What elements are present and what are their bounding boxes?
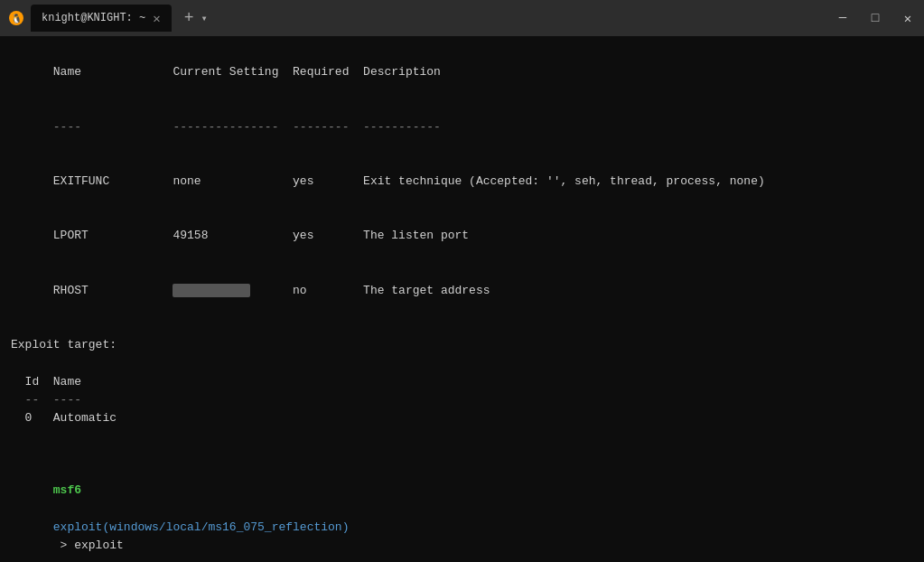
lport-value: 49158: [173, 229, 293, 242]
desc-col-header: Description: [363, 65, 441, 79]
rhost-name: RHOST: [53, 284, 173, 297]
window-close-button[interactable]: ✕: [899, 9, 917, 27]
table-row-exitfunc: EXITFUNC none yes Exit technique (Accept…: [11, 155, 913, 209]
linux-icon: 🐧: [7, 9, 25, 27]
new-tab-button[interactable]: +: [184, 9, 194, 27]
required-col-header: Required: [293, 65, 363, 79]
terminal-content[interactable]: Name Current Setting Required Descriptio…: [0, 36, 924, 562]
blank-line-2: [11, 354, 913, 372]
exitfunc-required: yes: [293, 174, 363, 188]
msf-prompt-space: [53, 502, 61, 516]
tab-label: knight@KNIGHT: ~: [42, 12, 145, 24]
minimize-button[interactable]: ─: [834, 9, 852, 27]
blank-line-1: [11, 318, 913, 336]
msf-prompt-label: msf6: [53, 483, 81, 497]
blank-line-4: [11, 445, 913, 464]
rhost-required: no: [250, 284, 363, 297]
target-id-header: Id Name: [11, 373, 913, 391]
tab-close-button[interactable]: ✕: [153, 11, 160, 26]
table-header-row: Name Current Setting Required Descriptio…: [11, 45, 913, 99]
lport-required: yes: [293, 229, 363, 242]
exploit-path: exploit(windows/local/ms16_075_reflectio…: [53, 520, 350, 534]
msf-prompt-line: msf6 exploit(windows/local/ms16_075_refl…: [11, 464, 913, 562]
terminal-window: 🐧 knight@KNIGHT: ~ ✕ + ▾ ─ □ ✕ Name Curr…: [0, 0, 924, 562]
titlebar-left: 🐧 knight@KNIGHT: ~ ✕ + ▾: [7, 5, 208, 32]
lport-desc: The listen port: [363, 229, 469, 242]
window-controls: ─ □ ✕: [834, 9, 917, 27]
msf-prompt-cmd: > exploit: [53, 539, 124, 552]
rhost-desc: The target address: [363, 284, 490, 297]
rhost-value-blurred: ███████████: [173, 284, 250, 297]
target-row-automatic: 0 Automatic: [11, 409, 913, 427]
table-sep-row: ---- --------------- -------- ----------…: [11, 99, 913, 154]
blank-line-3: [11, 427, 913, 445]
titlebar: 🐧 knight@KNIGHT: ~ ✕ + ▾ ─ □ ✕: [0, 0, 924, 36]
lport-name: LPORT: [53, 229, 173, 242]
name-col-header: Name: [53, 65, 173, 79]
table-row-lport: LPORT 49158 yes The listen port: [11, 209, 913, 263]
dropdown-button[interactable]: ▾: [201, 12, 207, 25]
exitfunc-value: none: [173, 174, 293, 188]
table-row-rhost: RHOST ███████████ no The target address: [11, 264, 913, 318]
exploit-target-label: Exploit target:: [11, 336, 913, 354]
tab-active[interactable]: knight@KNIGHT: ~ ✕: [31, 5, 172, 32]
new-tab-area: + ▾: [184, 9, 208, 27]
svg-text:🐧: 🐧: [11, 13, 23, 24]
exitfunc-desc: Exit technique (Accepted: '', seh, threa…: [363, 174, 765, 188]
setting-col-header: Current Setting: [173, 65, 293, 79]
maximize-button[interactable]: □: [866, 9, 884, 27]
target-id-sep: -- ----: [11, 391, 913, 409]
exitfunc-name: EXITFUNC: [53, 174, 173, 188]
